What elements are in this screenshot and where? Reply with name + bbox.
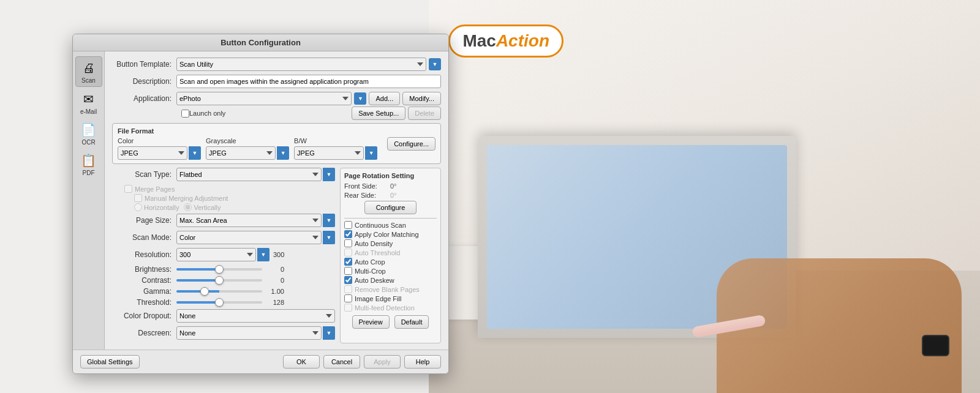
- brightness-slider[interactable]: [176, 268, 262, 271]
- apply-color-matching-checkbox[interactable]: [344, 230, 352, 238]
- format-col-grayscale: Grayscale JPEG ▼: [206, 137, 289, 160]
- description-input[interactable]: [176, 75, 441, 88]
- help-button[interactable]: Help: [404, 355, 441, 369]
- resolution-label: Resolution:: [112, 250, 176, 259]
- auto-crop-label[interactable]: Auto Crop: [355, 258, 385, 266]
- configure-rotation-button[interactable]: Configure: [364, 201, 417, 214]
- front-side-row: Front Side: 0°: [344, 182, 437, 190]
- apply-button[interactable]: Apply: [364, 355, 401, 369]
- sidebar-item-email[interactable]: ✉ e-Mail: [75, 88, 102, 118]
- scan-icon: 🖨: [80, 59, 97, 77]
- auto-crop-checkbox[interactable]: [344, 258, 352, 266]
- descreen-dropdown-btn[interactable]: ▼: [323, 326, 335, 340]
- cancel-button[interactable]: Cancel: [323, 355, 360, 369]
- default-button[interactable]: Default: [394, 315, 429, 329]
- merge-pages-checkbox[interactable]: [124, 185, 132, 193]
- file-format-section: File Format Color JPEG ▼: [112, 123, 441, 164]
- button-template-select[interactable]: Scan Utility: [176, 58, 426, 71]
- button-template-control: Scan Utility ▼: [176, 58, 441, 71]
- apply-color-matching-label[interactable]: Apply Color Matching: [355, 231, 419, 238]
- auto-deskew-checkbox[interactable]: [344, 276, 352, 284]
- configure-btn-wrap: Configure...: [382, 137, 435, 151]
- image-edge-fill-checkbox[interactable]: [344, 294, 352, 302]
- resolution-select[interactable]: 300: [176, 248, 256, 261]
- manual-merging-checkbox[interactable]: [134, 194, 142, 202]
- configure-button[interactable]: Configure...: [387, 137, 435, 151]
- gamma-slider[interactable]: [176, 290, 262, 293]
- bw-format-select[interactable]: JPEG: [294, 146, 364, 160]
- application-control: ePhoto ▼ Add... Modify...: [176, 92, 441, 105]
- auto-crop-row: Auto Crop: [344, 258, 437, 266]
- add-button[interactable]: Add...: [369, 92, 400, 105]
- scan-type-control: Flatbed ▼: [176, 168, 335, 181]
- ocr-icon: 📄: [80, 121, 97, 138]
- horizontally-radio[interactable]: [134, 203, 142, 211]
- vertically-label: Vertically: [184, 203, 221, 211]
- remove-blank-pages-checkbox[interactable]: [344, 285, 352, 293]
- sidebar-item-scan[interactable]: 🖨 Scan: [75, 56, 102, 87]
- vertically-radio[interactable]: [184, 203, 192, 211]
- gamma-control: 1.00: [176, 288, 335, 295]
- multi-feed-detection-label: Multi-feed Detection: [355, 304, 415, 312]
- scan-mode-dropdown-btn[interactable]: ▼: [323, 231, 335, 244]
- resolution-dropdown-btn[interactable]: ▼: [257, 248, 270, 261]
- threshold-slider[interactable]: [176, 301, 262, 304]
- multi-crop-row: Multi-Crop: [344, 267, 437, 275]
- sidebar-label-email: e-Mail: [80, 108, 97, 115]
- macaction-logo: Mac Action: [448, 24, 564, 58]
- format-col-color: Color JPEG ▼: [118, 137, 201, 160]
- image-edge-fill-row: Image Edge Fill: [344, 294, 437, 302]
- sidebar: 🖨 Scan ✉ e-Mail 📄 OCR 📋 PDF: [73, 51, 105, 350]
- scan-type-dropdown-btn[interactable]: ▼: [323, 168, 335, 181]
- grayscale-dropdown-btn[interactable]: ▼: [277, 146, 289, 160]
- logo-mac-text: Mac: [462, 31, 496, 51]
- delete-button[interactable]: Delete: [408, 107, 441, 120]
- bw-header: B/W: [294, 137, 377, 144]
- auto-density-checkbox[interactable]: [344, 239, 352, 247]
- auto-deskew-label[interactable]: Auto Deskew: [355, 277, 394, 284]
- global-settings-button[interactable]: Global Settings: [80, 355, 140, 369]
- launch-only-label[interactable]: Launch only: [189, 110, 225, 117]
- modify-button[interactable]: Modify...: [402, 92, 441, 105]
- scan-type-select[interactable]: Flatbed: [176, 168, 322, 181]
- image-edge-fill-label[interactable]: Image Edge Fill: [355, 295, 401, 302]
- page-size-select[interactable]: Max. Scan Area: [176, 214, 322, 227]
- grayscale-format-select[interactable]: JPEG: [206, 146, 276, 160]
- save-setup-button[interactable]: Save Setup...: [352, 107, 405, 120]
- continuous-scan-label[interactable]: Continuous Scan: [355, 222, 406, 229]
- color-dropout-select[interactable]: None: [176, 309, 335, 323]
- contrast-slider[interactable]: [176, 279, 262, 282]
- merge-pages-label: Merge Pages: [135, 185, 175, 193]
- auto-density-label[interactable]: Auto Density: [355, 240, 393, 247]
- sidebar-item-ocr[interactable]: 📄 OCR: [75, 119, 102, 148]
- grayscale-header: Grayscale: [206, 137, 289, 144]
- color-format-select[interactable]: JPEG: [118, 146, 187, 160]
- remove-blank-pages-label: Remove Blank Pages: [355, 286, 420, 293]
- scan-right-panel: Page Rotation Setting Front Side: 0° Rea…: [340, 168, 441, 343]
- continuous-scan-checkbox[interactable]: [344, 221, 352, 229]
- launch-only-checkbox[interactable]: [181, 110, 189, 118]
- color-dropdown-btn[interactable]: ▼: [189, 146, 201, 160]
- application-dropdown-btn[interactable]: ▼: [354, 92, 366, 105]
- descreen-select[interactable]: None: [176, 326, 322, 340]
- resolution-display: 300: [273, 251, 284, 258]
- button-template-dropdown-btn[interactable]: ▼: [429, 58, 441, 70]
- multi-crop-checkbox[interactable]: [344, 267, 352, 275]
- multi-feed-detection-checkbox[interactable]: [344, 304, 352, 312]
- page-size-row: Page Size: Max. Scan Area ▼: [112, 214, 335, 227]
- brightness-row: Brightness: 0: [112, 265, 335, 274]
- scan-mode-select[interactable]: Color: [176, 231, 322, 244]
- multi-crop-label[interactable]: Multi-Crop: [355, 268, 386, 275]
- ok-button[interactable]: OK: [283, 355, 320, 369]
- sidebar-item-pdf[interactable]: 📋 PDF: [75, 149, 102, 179]
- page-size-label: Page Size:: [112, 216, 176, 225]
- preview-button[interactable]: Preview: [352, 315, 390, 329]
- dialog-content: 🖨 Scan ✉ e-Mail 📄 OCR 📋 PDF: [73, 51, 448, 350]
- description-label: Description:: [112, 77, 176, 86]
- page-size-dropdown-btn[interactable]: ▼: [323, 214, 335, 227]
- application-select[interactable]: ePhoto: [176, 92, 352, 105]
- launch-save-row: Launch only Save Setup... Delete: [112, 107, 441, 120]
- auto-threshold-checkbox[interactable]: [344, 249, 352, 256]
- bw-dropdown-btn[interactable]: ▼: [365, 146, 377, 160]
- apply-color-matching-row: Apply Color Matching: [344, 230, 437, 238]
